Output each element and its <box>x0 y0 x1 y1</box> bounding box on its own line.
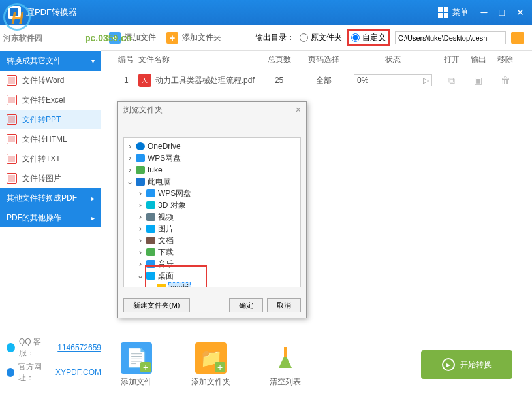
output-dir-label: 输出目录： <box>255 32 294 43</box>
qq-link[interactable]: 1146572659 <box>57 343 101 352</box>
menu-button[interactable]: 菜单 <box>438 7 468 18</box>
dialog-close-button[interactable]: × <box>296 105 301 115</box>
new-folder-button[interactable]: 新建文件夹(M) <box>123 298 190 312</box>
sidebar-item-word[interactable]: 文件转Word <box>0 71 101 90</box>
dialog-buttons: 新建文件夹(M) 确定 取消 <box>118 293 306 318</box>
browse-folder-button[interactable] <box>511 32 524 44</box>
row-num: 1 <box>114 76 138 85</box>
tree-videos[interactable]: ›视频 <box>127 211 298 223</box>
tree-music[interactable]: ›音乐 <box>127 258 298 270</box>
delete-row-button[interactable]: 🗑 <box>492 75 519 86</box>
app-title: 宜PDF转换器 <box>26 7 438 18</box>
onedrive-icon <box>136 142 145 150</box>
header-pages: 总页数 <box>258 54 300 65</box>
picture-icon <box>146 225 155 233</box>
watermark-site-text: 河东软件园 <box>3 33 42 44</box>
bottom-add-folder[interactable]: 📁+ 添加文件夹 <box>191 342 230 387</box>
site-link[interactable]: XYPDF.COM <box>55 368 101 377</box>
chevron-right-icon: ▸ <box>91 195 95 202</box>
sidebar-item-txt[interactable]: 文件转TXT <box>0 149 101 169</box>
bottom-bar: 📄+ 添加文件 📁+ 添加文件夹 清空列表 ▸ 开始转换 <box>101 335 532 394</box>
txt-icon <box>7 154 17 164</box>
browse-folder-dialog: 浏览文件夹 × ›OneDrive ›WPS网盘 ›tuke ⌄此电脑 ›WPS… <box>117 101 307 318</box>
chevron-down-icon: ▾ <box>91 57 95 65</box>
excel-icon <box>7 95 17 105</box>
plus-icon: + <box>215 362 225 372</box>
open-file-button[interactable]: ⧉ <box>438 75 465 86</box>
sidebar-item-image[interactable]: 文件转图片 <box>0 169 101 188</box>
tree-desktop[interactable]: ⌄桌面 <box>127 270 298 282</box>
cancel-button[interactable]: 取消 <box>267 298 301 312</box>
radio-source-folder[interactable]: 原文件夹 <box>300 32 342 43</box>
pdf-icon: 人 <box>138 74 151 87</box>
table-header: 编号 文件名称 总页数 页码选择 状态 打开 输出 移除 <box>101 51 532 69</box>
sidebar-category-convert-to-pdf[interactable]: 其他文件转换成PDF▸ <box>0 188 101 208</box>
output-file-button[interactable]: ▣ <box>465 75 492 86</box>
titlebar: 宜PDF转换器 菜单 ─ □ ✕ <box>0 0 532 25</box>
folder-icon <box>157 284 166 287</box>
progress-bar: 0%▷ <box>354 74 432 86</box>
tree-wps2[interactable]: ›WPS网盘 <box>127 188 298 199</box>
user-icon <box>136 166 145 174</box>
music-icon <box>146 260 155 268</box>
maximize-button[interactable]: □ <box>499 7 505 18</box>
ppt-icon <box>7 114 17 125</box>
bottom-clear-list[interactable]: 清空列表 <box>270 342 301 387</box>
highlight-custom-radio: 自定义 <box>347 29 390 46</box>
tree-downloads[interactable]: ›下载 <box>127 246 298 258</box>
row-status: 0%▷ <box>348 74 438 86</box>
footer-info: QQ 客服：1146572659 官方网址：XYPDF.COM <box>7 337 101 386</box>
tree-onedrive[interactable]: ›OneDrive <box>127 140 298 152</box>
table-row[interactable]: 1 人动力工具类器械处理流程.pdf 25 全部 0%▷ ⧉ ▣ 🗑 <box>101 69 532 91</box>
video-icon <box>146 213 155 221</box>
desktop-icon <box>146 272 155 280</box>
sidebar-category-other-ops[interactable]: PDF的其他操作▸ <box>0 208 101 227</box>
header-num: 编号 <box>114 54 138 65</box>
start-convert-button[interactable]: ▸ 开始转换 <box>421 350 512 379</box>
bottom-add-file[interactable]: 📄+ 添加文件 <box>121 342 152 387</box>
wps-icon <box>146 189 155 197</box>
tree-ceshi-folder[interactable]: ceshi <box>127 282 298 287</box>
tree-this-pc[interactable]: ⌄此电脑 <box>127 176 298 188</box>
tree-documents[interactable]: ›文档 <box>127 235 298 246</box>
wps-icon <box>136 154 145 162</box>
watermark-url: pc.0359.cn <box>85 33 132 43</box>
tree-wps[interactable]: ›WPS网盘 <box>127 152 298 164</box>
header-open: 打开 <box>438 54 465 65</box>
image-icon <box>7 173 17 184</box>
play-circle-icon: ▸ <box>442 358 455 371</box>
row-page-select[interactable]: 全部 <box>300 75 348 86</box>
header-out: 输出 <box>465 54 492 65</box>
tree-pictures[interactable]: ›图片 <box>127 223 298 235</box>
pc-icon <box>136 178 145 186</box>
sidebar-category-convert-from-pdf[interactable]: 转换成其它文件▾ <box>0 51 101 71</box>
qq-icon <box>7 343 15 352</box>
folder-icon: 📁+ <box>195 342 227 374</box>
add-folder-button[interactable]: +添加文件夹 <box>166 32 221 44</box>
dialog-titlebar: 浏览文件夹 × <box>118 102 306 118</box>
minimize-button[interactable]: ─ <box>481 7 488 18</box>
tree-3d-objects[interactable]: ›3D 对象 <box>127 199 298 211</box>
globe-icon <box>7 368 14 377</box>
header-sel: 页码选择 <box>300 54 348 65</box>
tree-user[interactable]: ›tuke <box>127 164 298 176</box>
file-icon: 📄+ <box>121 342 152 374</box>
sidebar-item-ppt[interactable]: 文件转PPT <box>0 110 101 129</box>
plus-icon: + <box>140 362 151 372</box>
output-path-input[interactable] <box>395 31 506 44</box>
play-icon[interactable]: ▷ <box>423 76 429 85</box>
ok-button[interactable]: 确定 <box>229 298 263 312</box>
sidebar: 转换成其它文件▾ 文件转Word 文件转Excel 文件转PPT 文件转HTML… <box>0 25 101 394</box>
close-button[interactable]: ✕ <box>516 7 524 18</box>
sidebar-item-html[interactable]: 文件转HTML <box>0 129 101 149</box>
add-folder-icon: + <box>166 32 178 44</box>
radio-custom-folder[interactable]: 自定义 <box>351 32 386 43</box>
folder-tree[interactable]: ›OneDrive ›WPS网盘 ›tuke ⌄此电脑 ›WPS网盘 ›3D 对… <box>123 137 301 287</box>
word-icon <box>7 75 17 86</box>
download-icon <box>146 248 155 256</box>
header-status: 状态 <box>348 54 438 65</box>
sidebar-item-excel[interactable]: 文件转Excel <box>0 90 101 110</box>
obj3d-icon <box>146 201 155 209</box>
row-filename: 人动力工具类器械处理流程.pdf <box>138 74 258 87</box>
broom-icon <box>270 342 301 374</box>
